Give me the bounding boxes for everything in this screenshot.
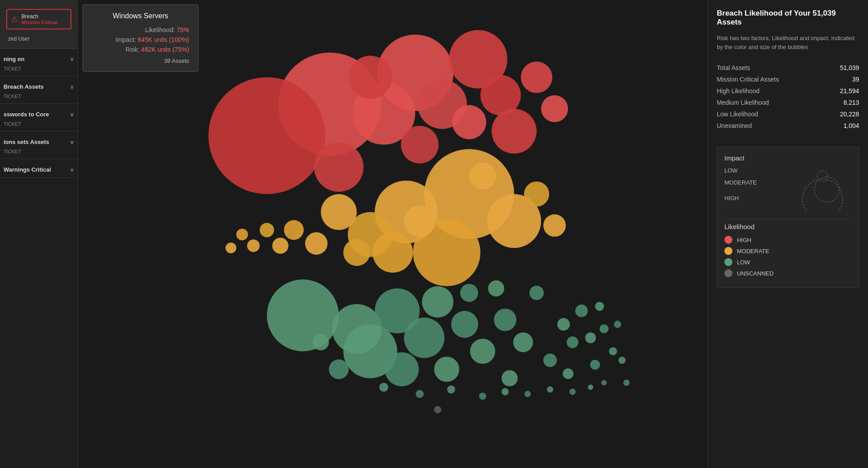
bubble-red-small-2[interactable] <box>492 109 537 154</box>
bubble-orange-tiny-3[interactable] <box>247 239 260 252</box>
stats-table: Total Assets51,039Mission Critical Asset… <box>717 62 859 131</box>
bubble-green-medium-1[interactable] <box>404 318 445 358</box>
likelihood-low-label: LOW <box>737 259 750 266</box>
bubble-green-small-3[interactable] <box>434 357 459 382</box>
bubble-green-tiny-1[interactable] <box>313 334 329 350</box>
bubble-green-dot-7 <box>547 386 553 393</box>
svg-point-2 <box>802 179 843 212</box>
bubble-green-dot-2 <box>416 390 424 398</box>
legend-divider <box>724 219 851 219</box>
bubble-green-tiny-8[interactable] <box>567 337 579 348</box>
bubble-green-tiny-4[interactable] <box>529 286 544 300</box>
bubble-green-medium-4[interactable] <box>470 339 495 364</box>
sidebar-section-0: ning on ∨ TICKET <box>0 49 78 76</box>
chevron-icon-2: ∨ <box>70 111 74 118</box>
panel-title: Breach Likelihood of Your 51,039 Assets <box>717 9 859 27</box>
chevron-icon-4: ∨ <box>70 167 74 173</box>
stats-row: Unexamined1,004 <box>717 120 859 131</box>
sidebar-section-4: Warnings Critical ∨ <box>0 159 78 178</box>
bubble-green-tiny-10[interactable] <box>575 304 588 317</box>
likelihood-moderate-label: MODERATE <box>737 248 769 255</box>
bubble-orange-small-6[interactable] <box>524 181 549 206</box>
impact-title: Impact <box>724 154 851 162</box>
sidebar-section-title-4: Warnings Critical <box>4 166 51 173</box>
likelihood-unscanned-row: UNSCANNED <box>724 269 851 277</box>
sidebar-section-title-1: Breach Assets <box>4 83 44 90</box>
bubble-red-medium-5[interactable] <box>314 142 364 192</box>
breach-alert[interactable]: ⚠ Breach Mission Critical <box>6 9 71 29</box>
bubble-red-small-3[interactable] <box>452 105 487 140</box>
bubble-orange-tiny-5[interactable] <box>226 242 236 253</box>
main-content: Windows Servers Likelihood: 75% Impact: … <box>78 0 707 468</box>
bubble-orange-tiny-4[interactable] <box>236 229 248 240</box>
likelihood-unscanned-dot <box>724 269 732 277</box>
chevron-icon-1: ∨ <box>70 84 74 90</box>
stat-value: 51,039 <box>826 62 859 74</box>
sidebar-section-title-0: ning on <box>4 56 25 62</box>
bubble-orange-medium-4[interactable] <box>372 232 413 273</box>
bubble-red-medium-4[interactable] <box>349 56 392 99</box>
bubble-green-small-4[interactable] <box>329 359 348 379</box>
svg-point-1 <box>814 177 839 202</box>
bubble-green-medium-2[interactable] <box>422 286 454 318</box>
bubble-red-small-4[interactable] <box>401 126 439 164</box>
bubble-orange-small-4[interactable] <box>284 220 304 240</box>
bubble-green-tiny-14[interactable] <box>599 324 608 333</box>
tooltip-risk: Risk: 482K units (75%) <box>92 46 189 53</box>
likelihood-low-row: LOW <box>724 258 851 266</box>
bubble-orange-small-7[interactable] <box>543 214 566 237</box>
bubble-green-dot-3 <box>447 386 455 394</box>
bubble-green-tiny-5[interactable] <box>501 370 517 386</box>
bubble-red-xlarge[interactable] <box>208 77 325 194</box>
ticket-badge-3: TICKET <box>4 148 74 157</box>
bubble-orange-small-5[interactable] <box>469 163 496 189</box>
tooltip-likelihood: Likelihood: 75% <box>92 26 189 33</box>
bubble-green-dot-12 <box>614 321 621 328</box>
likelihood-high-label: HIGH <box>737 237 752 243</box>
bubble-red-small-6[interactable] <box>541 95 568 122</box>
bubble-red-small-5[interactable] <box>521 62 553 93</box>
likelihood-legend: Likelihood HIGH MODERATE LOW UNSCANNED <box>724 223 851 277</box>
bubble-green-tiny-6[interactable] <box>543 353 557 367</box>
bubble-orange-small-3[interactable] <box>305 232 327 255</box>
chevron-icon-3: ∨ <box>70 139 74 145</box>
bubble-green-tiny-12[interactable] <box>590 360 600 369</box>
bubble-green-small-1[interactable] <box>494 308 516 331</box>
bubble-green-dot-10 <box>601 380 607 386</box>
sidebar-section-header-3[interactable]: ions sets Assets ∨ <box>4 136 74 148</box>
bubble-green-dot-9 <box>588 385 593 390</box>
bubble-green-tiny-2[interactable] <box>460 284 478 302</box>
bubble-green-tiny-11[interactable] <box>585 333 596 343</box>
sidebar-section-1: Breach Assets ∨ TICKET <box>0 76 78 104</box>
impact-moderate: MODERATE <box>724 179 785 186</box>
bubble-green-medium-5[interactable] <box>384 352 419 386</box>
bubble-orange-small-2[interactable] <box>343 239 370 266</box>
bubble-green-small-2[interactable] <box>513 333 533 352</box>
tooltip-title: Windows Servers <box>92 12 189 20</box>
bubble-orange-tiny-1[interactable] <box>272 238 288 254</box>
bubble-green-tiny-7[interactable] <box>557 318 570 331</box>
stat-value: 39 <box>826 74 859 85</box>
sidebar-top: ⚠ Breach Mission Critical zed User <box>0 0 78 49</box>
impact-label: Impact: <box>116 36 136 43</box>
stat-value: 21,594 <box>826 85 859 97</box>
bubble-green-tiny-9[interactable] <box>562 368 573 379</box>
bubble-green-tiny-3[interactable] <box>488 280 504 296</box>
sidebar: ⚠ Breach Mission Critical zed User ning … <box>0 0 78 468</box>
bubble-green-medium-3[interactable] <box>451 311 478 337</box>
bubble-green-dot-14 <box>624 380 630 386</box>
bubble-orange-small-1[interactable] <box>404 205 436 237</box>
bubble-orange-medium-3[interactable] <box>321 194 357 230</box>
likelihood-value: 75% <box>177 26 189 33</box>
bubble-green-tiny-13[interactable] <box>595 302 604 311</box>
likelihood-moderate-row: MODERATE <box>724 247 851 255</box>
impact-low: LOW <box>724 167 785 174</box>
bubble-green-dot-4 <box>479 393 486 400</box>
sidebar-section-header-2[interactable]: sswords to Core ∨ <box>4 108 74 120</box>
sidebar-section-header-0[interactable]: ning on ∨ <box>4 53 74 65</box>
bubble-orange-tiny-2[interactable] <box>260 223 274 237</box>
risk-value: 482K units (75%) <box>141 46 189 53</box>
sidebar-section-header-1[interactable]: Breach Assets ∨ <box>4 81 74 93</box>
sidebar-section-header-4[interactable]: Warnings Critical ∨ <box>4 164 74 176</box>
likelihood-title: Likelihood <box>724 223 851 230</box>
